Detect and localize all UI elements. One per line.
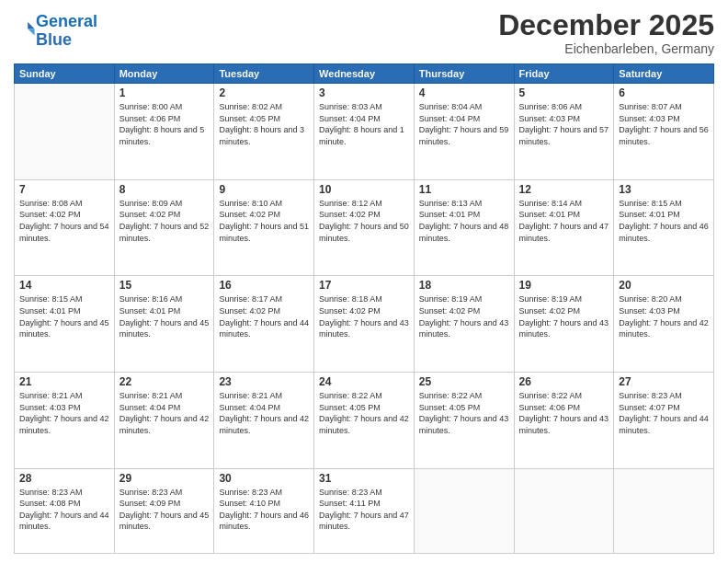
day-info: Sunrise: 8:21 AM Sunset: 4:04 PM Dayligh… <box>219 390 309 436</box>
day-number: 9 <box>219 183 309 196</box>
day-number: 13 <box>619 183 709 196</box>
day-info: Sunrise: 8:00 AM Sunset: 4:06 PM Dayligh… <box>119 101 210 147</box>
logo-line1: General <box>36 12 97 30</box>
day-number: 19 <box>519 279 609 292</box>
table-row: 5 Sunrise: 8:06 AM Sunset: 4:03 PM Dayli… <box>514 84 614 180</box>
title-block: December 2025 Eichenbarleben, Germany <box>498 9 714 56</box>
day-info: Sunrise: 8:21 AM Sunset: 4:03 PM Dayligh… <box>19 390 109 436</box>
day-number: 7 <box>19 183 109 196</box>
day-info: Sunrise: 8:19 AM Sunset: 4:02 PM Dayligh… <box>519 293 609 339</box>
day-info: Sunrise: 8:22 AM Sunset: 4:05 PM Dayligh… <box>319 390 409 436</box>
day-info: Sunrise: 8:03 AM Sunset: 4:04 PM Dayligh… <box>319 101 409 147</box>
table-row: 19 Sunrise: 8:19 AM Sunset: 4:02 PM Dayl… <box>514 276 614 373</box>
table-row: 27 Sunrise: 8:23 AM Sunset: 4:07 PM Dayl… <box>614 373 714 469</box>
month-title: December 2025 <box>498 9 714 41</box>
day-number: 29 <box>119 472 210 485</box>
day-info: Sunrise: 8:23 AM Sunset: 4:11 PM Dayligh… <box>319 487 409 533</box>
table-row: 6 Sunrise: 8:07 AM Sunset: 4:03 PM Dayli… <box>614 84 714 180</box>
day-number: 18 <box>419 279 509 292</box>
th-sunday: Sunday <box>15 64 115 84</box>
table-row: 4 Sunrise: 8:04 AM Sunset: 4:04 PM Dayli… <box>414 84 514 180</box>
table-row <box>614 468 714 553</box>
table-row: 22 Sunrise: 8:21 AM Sunset: 4:04 PM Dayl… <box>114 373 214 469</box>
svg-marker-1 <box>28 29 34 35</box>
table-row: 24 Sunrise: 8:22 AM Sunset: 4:05 PM Dayl… <box>314 373 415 469</box>
table-row: 25 Sunrise: 8:22 AM Sunset: 4:05 PM Dayl… <box>414 373 514 469</box>
th-friday: Friday <box>514 64 614 84</box>
th-saturday: Saturday <box>614 64 714 84</box>
day-number: 22 <box>119 375 210 388</box>
table-row: 9 Sunrise: 8:10 AM Sunset: 4:02 PM Dayli… <box>214 179 314 276</box>
day-info: Sunrise: 8:20 AM Sunset: 4:03 PM Dayligh… <box>619 293 709 339</box>
day-info: Sunrise: 8:06 AM Sunset: 4:03 PM Dayligh… <box>519 101 609 147</box>
day-number: 21 <box>19 375 109 388</box>
table-row: 12 Sunrise: 8:14 AM Sunset: 4:01 PM Dayl… <box>514 179 614 276</box>
table-row: 30 Sunrise: 8:23 AM Sunset: 4:10 PM Dayl… <box>214 468 314 553</box>
th-wednesday: Wednesday <box>314 64 415 84</box>
day-number: 2 <box>219 86 309 99</box>
table-row <box>414 468 514 553</box>
table-row <box>15 84 115 180</box>
day-info: Sunrise: 8:08 AM Sunset: 4:02 PM Dayligh… <box>19 198 109 244</box>
day-number: 23 <box>219 375 309 388</box>
table-row: 29 Sunrise: 8:23 AM Sunset: 4:09 PM Dayl… <box>114 468 214 553</box>
day-info: Sunrise: 8:22 AM Sunset: 4:05 PM Dayligh… <box>419 390 509 436</box>
day-info: Sunrise: 8:23 AM Sunset: 4:08 PM Dayligh… <box>19 487 109 533</box>
day-number: 1 <box>119 86 210 99</box>
day-info: Sunrise: 8:14 AM Sunset: 4:01 PM Dayligh… <box>519 198 609 244</box>
table-row: 26 Sunrise: 8:22 AM Sunset: 4:06 PM Dayl… <box>514 373 614 469</box>
day-info: Sunrise: 8:15 AM Sunset: 4:01 PM Dayligh… <box>619 198 709 244</box>
day-info: Sunrise: 8:23 AM Sunset: 4:07 PM Dayligh… <box>619 390 709 436</box>
th-tuesday: Tuesday <box>214 64 314 84</box>
day-number: 10 <box>319 183 409 196</box>
day-number: 8 <box>119 183 210 196</box>
svg-marker-0 <box>28 22 34 29</box>
day-number: 26 <box>519 375 609 388</box>
day-number: 31 <box>319 472 409 485</box>
table-row: 3 Sunrise: 8:03 AM Sunset: 4:04 PM Dayli… <box>314 84 415 180</box>
day-info: Sunrise: 8:10 AM Sunset: 4:02 PM Dayligh… <box>219 198 309 244</box>
day-info: Sunrise: 8:13 AM Sunset: 4:01 PM Dayligh… <box>419 198 509 244</box>
table-row: 16 Sunrise: 8:17 AM Sunset: 4:02 PM Dayl… <box>214 276 314 373</box>
day-info: Sunrise: 8:22 AM Sunset: 4:06 PM Dayligh… <box>519 390 609 436</box>
table-row <box>514 468 614 553</box>
table-row: 28 Sunrise: 8:23 AM Sunset: 4:08 PM Dayl… <box>15 468 115 553</box>
table-row: 8 Sunrise: 8:09 AM Sunset: 4:02 PM Dayli… <box>114 179 214 276</box>
day-number: 5 <box>519 86 609 99</box>
day-info: Sunrise: 8:02 AM Sunset: 4:05 PM Dayligh… <box>219 101 309 147</box>
table-row: 18 Sunrise: 8:19 AM Sunset: 4:02 PM Dayl… <box>414 276 514 373</box>
table-row: 21 Sunrise: 8:21 AM Sunset: 4:03 PM Dayl… <box>15 373 115 469</box>
th-monday: Monday <box>114 64 214 84</box>
day-info: Sunrise: 8:09 AM Sunset: 4:02 PM Dayligh… <box>119 198 210 244</box>
day-number: 3 <box>319 86 409 99</box>
day-number: 11 <box>419 183 509 196</box>
table-row: 2 Sunrise: 8:02 AM Sunset: 4:05 PM Dayli… <box>214 84 314 180</box>
day-info: Sunrise: 8:16 AM Sunset: 4:01 PM Dayligh… <box>119 293 210 339</box>
header: General Blue December 2025 Eichenbarlebe… <box>14 9 714 56</box>
table-row: 11 Sunrise: 8:13 AM Sunset: 4:01 PM Dayl… <box>414 179 514 276</box>
table-row: 10 Sunrise: 8:12 AM Sunset: 4:02 PM Dayl… <box>314 179 415 276</box>
day-number: 12 <box>519 183 609 196</box>
logo-text: General Blue <box>36 13 97 50</box>
table-row: 31 Sunrise: 8:23 AM Sunset: 4:11 PM Dayl… <box>314 468 415 553</box>
day-info: Sunrise: 8:15 AM Sunset: 4:01 PM Dayligh… <box>19 293 109 339</box>
day-info: Sunrise: 8:21 AM Sunset: 4:04 PM Dayligh… <box>119 390 210 436</box>
location-title: Eichenbarleben, Germany <box>498 41 714 56</box>
calendar-table: Sunday Monday Tuesday Wednesday Thursday… <box>14 63 714 554</box>
th-thursday: Thursday <box>414 64 514 84</box>
table-row: 23 Sunrise: 8:21 AM Sunset: 4:04 PM Dayl… <box>214 373 314 469</box>
day-number: 30 <box>219 472 309 485</box>
table-row: 20 Sunrise: 8:20 AM Sunset: 4:03 PM Dayl… <box>614 276 714 373</box>
day-number: 28 <box>19 472 109 485</box>
calendar-header-row: Sunday Monday Tuesday Wednesday Thursday… <box>15 64 714 84</box>
day-info: Sunrise: 8:07 AM Sunset: 4:03 PM Dayligh… <box>619 101 709 147</box>
table-row: 1 Sunrise: 8:00 AM Sunset: 4:06 PM Dayli… <box>114 84 214 180</box>
day-info: Sunrise: 8:04 AM Sunset: 4:04 PM Dayligh… <box>419 101 509 147</box>
day-number: 4 <box>419 86 509 99</box>
day-number: 27 <box>619 375 709 388</box>
logo: General Blue <box>14 13 97 50</box>
day-info: Sunrise: 8:23 AM Sunset: 4:09 PM Dayligh… <box>119 487 210 533</box>
day-number: 15 <box>119 279 210 292</box>
day-info: Sunrise: 8:12 AM Sunset: 4:02 PM Dayligh… <box>319 198 409 244</box>
day-number: 17 <box>319 279 409 292</box>
